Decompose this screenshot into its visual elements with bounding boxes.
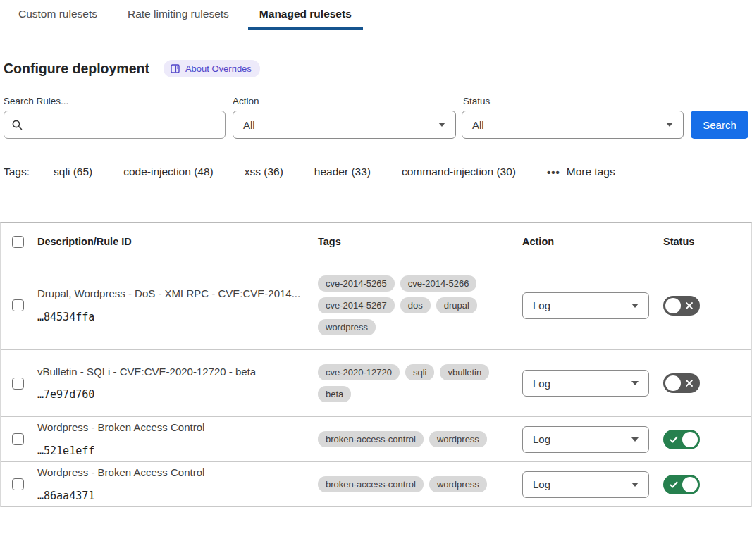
table-row: Drupal, Wordpress - DoS - XMLRPC - CVE:C… [1, 261, 751, 350]
rule-tags: cve-2014-5265cve-2014-5266cve-2014-5267d… [318, 261, 493, 349]
column-header-tags: Tags [318, 236, 522, 247]
rule-id: …7e97d760 [37, 388, 301, 401]
rule-id: …84534ffa [37, 311, 301, 323]
rule-action-select[interactable]: Log [522, 370, 649, 397]
tag-filter-link[interactable]: header (33) [314, 166, 371, 178]
tags-bar: Tags: sqli (65)code-injection (48)xss (3… [0, 166, 752, 178]
tag-filter-link[interactable]: code-injection (48) [123, 166, 214, 178]
tag-pill: drupal [436, 297, 477, 313]
tab-rate-limiting-rulesets[interactable]: Rate limiting rulesets [126, 1, 230, 29]
toggle-state-icon [684, 378, 694, 391]
tag-pill: cve-2014-5266 [400, 275, 477, 292]
tag-pill: wordpress [429, 476, 487, 492]
rule-status-toggle[interactable] [663, 430, 700, 449]
rule-action-select[interactable]: Log [522, 426, 649, 453]
chevron-down-icon [631, 483, 639, 487]
chevron-down-icon [631, 437, 639, 442]
rule-action-value: Log [533, 433, 550, 445]
tags-bar-label: Tags: [4, 166, 30, 178]
rule-description: vBulletin - SQLi - CVE:CVE-2020-12720 - … [37, 366, 301, 379]
rule-action-select[interactable]: Log [522, 292, 649, 319]
tab-managed-rulesets[interactable]: Managed rulesets [258, 1, 353, 29]
about-overrides-link[interactable]: About Overrides [164, 60, 260, 77]
status-filter-label: Status [463, 96, 684, 106]
action-filter-select[interactable]: All [233, 111, 456, 139]
rules-table: Description/Rule ID Tags Action Status D… [0, 222, 752, 507]
rule-action-value: Log [533, 478, 550, 490]
tag-pill: cve-2014-5265 [318, 275, 395, 292]
ruleset-tabbar: Custom rulesetsRate limiting rulesetsMan… [0, 0, 752, 30]
rule-action-select[interactable]: Log [522, 471, 649, 498]
ellipsis-icon: ••• [547, 166, 560, 178]
column-header-status: Status [663, 236, 751, 247]
rule-status-toggle[interactable] [663, 475, 700, 494]
search-rules-label: Search Rules... [4, 96, 226, 106]
column-header-description: Description/Rule ID [37, 236, 318, 247]
row-checkbox[interactable] [12, 478, 24, 490]
row-checkbox[interactable] [12, 378, 24, 390]
chevron-down-icon [666, 123, 673, 127]
rule-tags: broken-access-controlwordpress [318, 462, 493, 506]
rule-action-value: Log [533, 299, 550, 311]
more-tags-button[interactable]: ••• More tags [547, 166, 615, 178]
chevron-down-icon [631, 381, 639, 385]
rule-action-value: Log [533, 378, 550, 390]
search-icon [11, 119, 23, 131]
tag-pill: wordpress [429, 431, 487, 447]
page-title: Configure deployment [4, 61, 149, 77]
table-row: Wordpress - Broken Access Control …86aa4… [1, 462, 751, 507]
action-filter-label: Action [233, 96, 456, 106]
rule-description: Wordpress - Broken Access Control [37, 421, 301, 435]
tag-filter-link[interactable]: sqli (65) [54, 166, 92, 178]
row-checkbox[interactable] [12, 299, 24, 311]
select-all-checkbox[interactable] [12, 236, 24, 248]
rule-status-toggle[interactable] [663, 296, 700, 316]
chevron-down-icon [438, 123, 445, 127]
toggle-state-icon [684, 301, 694, 313]
toggle-knob [665, 298, 681, 313]
about-overrides-label: About Overrides [185, 63, 252, 74]
tag-filter-link[interactable]: xss (36) [245, 166, 283, 178]
tag-pill: cve-2020-12720 [318, 364, 400, 380]
tab-custom-rulesets[interactable]: Custom rulesets [17, 1, 99, 29]
tag-pill: dos [400, 297, 431, 313]
search-rules-box [4, 111, 226, 139]
tag-pill: broken-access-control [318, 431, 424, 447]
status-filter-select[interactable]: All [462, 111, 684, 139]
table-header-row: Description/Rule ID Tags Action Status [1, 223, 751, 261]
search-rules-input[interactable] [29, 119, 218, 131]
rule-tags: cve-2020-12720sqlivbulletinbeta [318, 350, 493, 416]
tag-filter-link[interactable]: command-injection (30) [402, 166, 516, 178]
tag-pill: wordpress [318, 319, 376, 335]
book-icon [171, 64, 180, 73]
page-header: Configure deployment About Overrides [0, 60, 752, 77]
action-filter-value: All [243, 119, 255, 131]
toggle-knob [682, 432, 698, 447]
filter-row: Search Rules... Action All Status All Se… [0, 96, 752, 139]
rule-tags: broken-access-controlwordpress [318, 417, 493, 461]
rule-description: Drupal, Wordpress - DoS - XMLRPC - CVE:C… [37, 287, 301, 301]
table-row: vBulletin - SQLi - CVE:CVE-2020-12720 - … [1, 350, 751, 417]
tag-pill: vbulletin [440, 364, 489, 380]
toggle-state-icon [669, 480, 679, 492]
column-header-action: Action [522, 236, 663, 247]
table-row: Wordpress - Broken Access Control …521e1… [1, 417, 751, 462]
rule-id: …86aa4371 [37, 490, 301, 502]
search-button[interactable]: Search [691, 111, 748, 139]
chevron-down-icon [631, 304, 639, 308]
rule-status-toggle[interactable] [663, 373, 700, 393]
rule-description: Wordpress - Broken Access Control [37, 466, 301, 480]
toggle-state-icon [669, 435, 679, 447]
status-filter-value: All [472, 119, 484, 131]
tag-pill: beta [318, 386, 351, 402]
row-checkbox[interactable] [12, 433, 24, 445]
toggle-knob [665, 375, 681, 391]
tag-pill: cve-2014-5267 [318, 297, 395, 313]
toggle-knob [682, 477, 698, 492]
rule-id: …521e1eff [37, 444, 301, 457]
more-tags-label: More tags [567, 166, 615, 178]
tag-pill: sqli [405, 364, 435, 380]
tag-pill: broken-access-control [318, 476, 424, 492]
